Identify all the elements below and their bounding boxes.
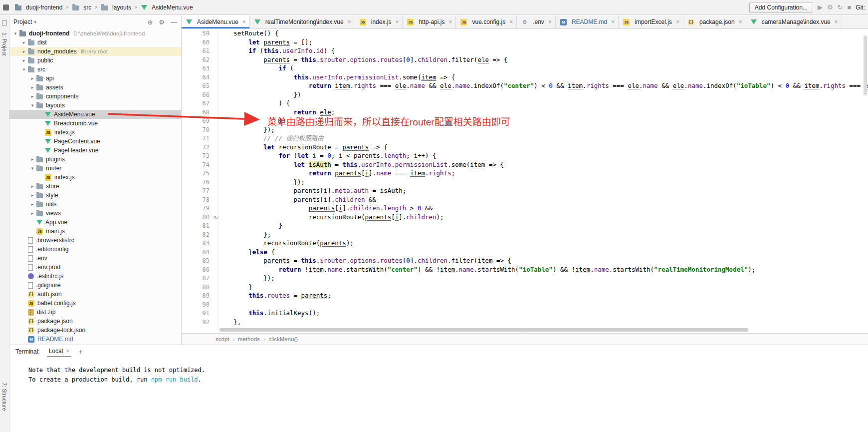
tree-item[interactable]: {}package-lock.json	[9, 326, 181, 335]
close-icon[interactable]: ×	[395, 18, 399, 25]
locate-file-icon[interactable]: ⊕	[147, 18, 153, 26]
breadcrumb-item[interactable]: layouts	[99, 4, 132, 11]
chevron-icon[interactable]: ▸	[29, 211, 35, 216]
code-line[interactable]: 81 }	[182, 221, 868, 230]
tree-item[interactable]: AsideMenu.vue	[9, 110, 181, 119]
chevron-icon[interactable]: ▾	[21, 67, 27, 72]
code-line[interactable]: 76 });	[182, 178, 868, 187]
tree-item[interactable]: dist.zip	[9, 308, 181, 317]
tree-item[interactable]: .eslintrc.js	[9, 272, 181, 281]
line-number[interactable]: 83	[182, 239, 218, 248]
code-line[interactable]: 77 parents[i].meta.auth = isAuth;	[182, 186, 868, 195]
collapse-all-icon[interactable]: ―	[171, 18, 177, 26]
vertical-scrollbar[interactable]	[864, 35, 867, 95]
close-icon[interactable]: ×	[835, 18, 838, 25]
tree-item[interactable]: .env.prod	[9, 263, 181, 272]
tree-item[interactable]: Breadcrumb.vue	[9, 119, 181, 128]
editor-breadcrumb-item[interactable]: clickMenu()	[268, 336, 298, 342]
line-number[interactable]: 66	[182, 91, 218, 100]
code-line[interactable]: 60 let parents = [];	[182, 38, 868, 47]
tree-item[interactable]: ▸dist	[9, 38, 181, 47]
line-number[interactable]: 65	[182, 82, 218, 91]
line-number[interactable]: 81	[182, 222, 218, 231]
stop-icon[interactable]: ■	[847, 4, 851, 10]
editor-tab[interactable]: MREADME.md×	[556, 15, 619, 28]
line-number[interactable]: 86	[182, 266, 218, 275]
line-number[interactable]: 89	[182, 292, 218, 301]
tree-item[interactable]: App.vue	[9, 218, 181, 227]
chevron-icon[interactable]: ▸	[29, 157, 35, 162]
line-number[interactable]: 84	[182, 248, 218, 257]
close-icon[interactable]: ×	[509, 18, 513, 25]
code-line[interactable]: 88 }	[182, 283, 868, 292]
tree-item[interactable]: {}auth.json	[9, 290, 181, 299]
tree-item[interactable]: JSindex.js	[9, 128, 181, 137]
line-number[interactable]: 72	[182, 143, 218, 152]
gear-icon[interactable]: ⚙	[159, 18, 165, 26]
structure-tool-button[interactable]: 7: Structure	[1, 383, 7, 411]
tree-item[interactable]: ▾duoji-frontendD:\zheheWeb\duoji-fronten…	[9, 29, 181, 38]
tree-item[interactable]: ▸views	[9, 209, 181, 218]
line-number[interactable]: 91	[182, 309, 218, 318]
new-terminal-icon[interactable]: +	[78, 348, 82, 356]
tree-item[interactable]: PageHeader.vue	[9, 146, 181, 155]
line-number[interactable]: 60	[182, 38, 218, 47]
tree-item[interactable]: .env	[9, 254, 181, 263]
tree-item[interactable]: .gitignore	[9, 281, 181, 290]
editor-tab[interactable]: JShttp-api.js×	[403, 15, 456, 28]
code-line[interactable]: 91 this.initialKeys();	[182, 309, 868, 318]
tree-item[interactable]: ▸node_moduleslibrary root	[9, 47, 181, 56]
tree-item[interactable]: ▸utils	[9, 200, 181, 209]
breadcrumb-item[interactable]: AsideMenu.vue	[139, 4, 194, 11]
tree-item[interactable]: ▾src	[9, 65, 181, 74]
chevron-icon[interactable]: ▸	[29, 85, 35, 90]
close-icon[interactable]: ×	[348, 18, 351, 25]
line-number[interactable]: 63	[182, 64, 218, 73]
code-line[interactable]: 66 })	[182, 90, 868, 99]
line-number[interactable]: 92	[182, 318, 218, 327]
code-line[interactable]: 73 for (let i = 0; i < parents.length; i…	[182, 151, 868, 160]
line-number[interactable]: 77	[182, 187, 218, 196]
chevron-icon[interactable]: ▾	[29, 166, 35, 171]
line-number[interactable]: 59	[182, 29, 218, 38]
code-line[interactable]: 59 setRoute() {	[182, 29, 868, 38]
chevron-down-icon[interactable]: ▾	[34, 19, 36, 24]
line-number[interactable]: 67	[182, 99, 218, 108]
close-icon[interactable]: ×	[66, 348, 69, 355]
code-line[interactable]: 80↻ recursionRoute(parents[i].children);	[182, 213, 868, 222]
line-number[interactable]: 69	[182, 117, 218, 126]
code-line[interactable]: 82 };	[182, 230, 868, 239]
tree-item[interactable]: ▸api	[9, 74, 181, 83]
line-number[interactable]: 78	[182, 196, 218, 205]
line-number[interactable]: 68	[182, 108, 218, 117]
chevron-icon[interactable]: ▾	[12, 31, 18, 36]
breadcrumb-item[interactable]: src	[70, 4, 92, 11]
code-line[interactable]: 71 // // 递归权限路由	[182, 134, 868, 143]
line-number[interactable]: 88	[182, 283, 218, 292]
line-number[interactable]: 71	[182, 134, 218, 143]
tree-item[interactable]: ▾router	[9, 164, 181, 173]
chevron-icon[interactable]: ▸	[21, 49, 27, 54]
tree-item[interactable]: JSindex.js	[9, 173, 181, 182]
chevron-icon[interactable]: ▸	[29, 193, 35, 198]
code-line[interactable]: 83 recursionRoute(parents);	[182, 239, 868, 248]
add-configuration-button[interactable]: Add Configuration...	[749, 2, 813, 13]
tree-item[interactable]: {}package.json	[9, 317, 181, 326]
editor-tab[interactable]: realTimeMonitoring\index.vue×	[250, 15, 355, 28]
chevron-icon[interactable]: ▸	[29, 94, 35, 99]
code-line[interactable]: 90	[182, 300, 868, 309]
code-line[interactable]: 62 parents = this.$router.options.routes…	[182, 55, 868, 64]
code-line[interactable]: 78 parents[i].children &&	[182, 195, 868, 204]
line-number[interactable]: 80↻	[182, 213, 218, 222]
project-tool-button[interactable]: 1: Project	[1, 32, 7, 55]
chevron-icon[interactable]: ▸	[29, 76, 35, 81]
editor-tab[interactable]: JSindex.js×	[355, 15, 403, 28]
editor-tab[interactable]: {}package.json×	[683, 15, 746, 28]
app-icon[interactable]	[3, 4, 9, 10]
code-editor[interactable]: 59 setRoute() {60 let parents = [];61 if…	[182, 29, 868, 333]
line-number[interactable]: 76	[182, 178, 218, 187]
refresh-icon[interactable]: ↻	[838, 4, 843, 10]
chevron-icon[interactable]: ▾	[29, 103, 35, 108]
code-line[interactable]: 84 }else {	[182, 248, 868, 257]
horizontal-scrollbar[interactable]	[219, 328, 748, 332]
